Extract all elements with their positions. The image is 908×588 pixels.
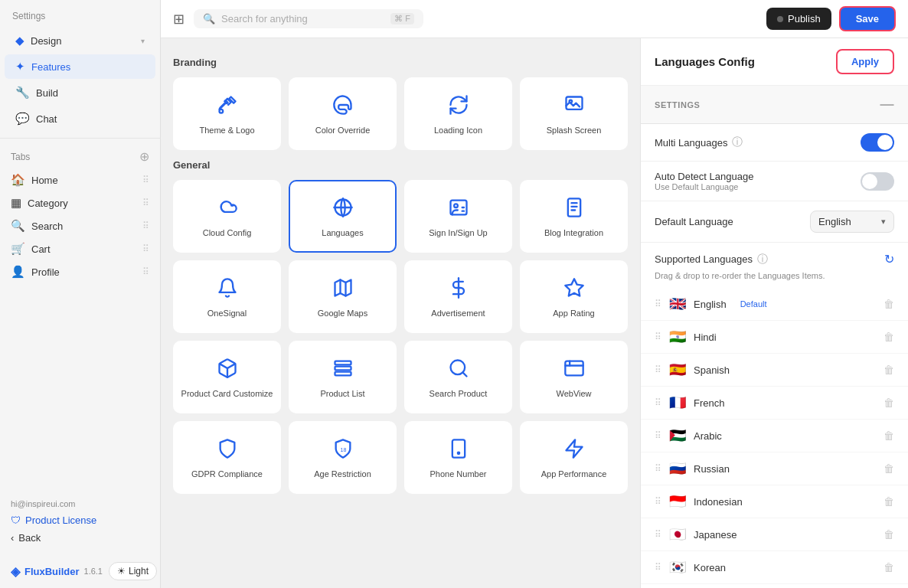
person-badge-icon [445, 194, 472, 221]
tabs-section-header: Tabs ⊕ [0, 145, 160, 168]
feature-cloud-config[interactable]: Cloud Config [173, 180, 281, 253]
delete-language-icon[interactable]: 🗑 [884, 561, 894, 573]
search-product-label: Search Product [430, 388, 488, 399]
collapse-icon[interactable]: — [880, 96, 894, 113]
delete-language-icon[interactable]: 🗑 [884, 331, 894, 343]
drag-handle-home: ⠿ [142, 175, 149, 185]
settings-section-header: SETTINGS — [641, 86, 908, 124]
apply-button[interactable]: Apply [836, 49, 894, 74]
branding-grid: Theme & Logo Color Override [173, 77, 628, 150]
feature-google-maps[interactable]: Google Maps [289, 260, 397, 333]
multi-languages-toggle[interactable] [861, 133, 894, 152]
sidebar-item-search[interactable]: 🔍 Search ⠿ [0, 214, 160, 237]
language-list: ⠿ 🇬🇧 English Default 🗑 ⠿ 🇮🇳 Hindi 🗑 ⠿ 🇪🇸… [641, 288, 908, 588]
advertisement-label: Advertisement [431, 308, 485, 318]
light-theme-button[interactable]: ☀ Light [109, 562, 157, 580]
shield-icon [214, 435, 241, 462]
back-arrow-icon: ‹ [11, 532, 14, 544]
refresh-icon [445, 91, 472, 119]
feature-product-list[interactable]: Product List [289, 341, 397, 413]
sidebar-item-chat[interactable]: 💬 Chat [5, 106, 155, 131]
feature-languages[interactable]: Languages [289, 180, 397, 253]
delete-language-icon[interactable]: 🗑 [884, 298, 894, 310]
general-grid: Cloud Config Languages [173, 180, 628, 494]
delete-language-icon[interactable]: 🗑 [884, 364, 894, 376]
multi-languages-text: Multi Languages [655, 137, 727, 149]
cloud-config-label: Cloud Config [203, 227, 252, 238]
feature-blog-integration[interactable]: Blog Integration [520, 180, 628, 253]
feature-age-restriction[interactable]: 18 Age Restriction [289, 421, 397, 494]
sidebar-item-category[interactable]: ▦ Category ⠿ [0, 191, 160, 214]
search-bar[interactable]: 🔍 Search for anything ⌘ F [194, 9, 423, 28]
feature-product-card[interactable]: Product Card Customize [173, 341, 281, 413]
drag-hint: Drag & drop to re-order the Languages It… [641, 271, 908, 288]
language-name: Russian [694, 463, 730, 475]
sidebar-chat-label: Chat [36, 113, 57, 125]
list-item: ⠿ 🇮🇩 Indonesian 🗑 [641, 485, 908, 518]
supported-languages-label: Supported Languages ⓘ [655, 253, 768, 266]
flag-icon: 🇮🇳 [669, 328, 686, 345]
feature-onesignal[interactable]: OneSignal [173, 260, 281, 333]
feature-search-product[interactable]: Search Product [404, 341, 512, 413]
publish-button[interactable]: Publish [766, 8, 831, 30]
sidebar: Settings ◆ Design ▾ ✦ Features 🔧 Build 💬… [0, 0, 161, 588]
publish-dot-icon [777, 16, 783, 22]
feature-gdpr[interactable]: GDPR Compliance [173, 421, 281, 494]
flag-icon: 🇮🇩 [669, 493, 686, 510]
drag-handle-lang: ⠿ [655, 562, 661, 573]
auto-detect-toggle[interactable] [861, 172, 894, 191]
delete-language-icon[interactable]: 🗑 [884, 528, 894, 541]
feature-splash-screen[interactable]: Splash Screen [520, 77, 628, 150]
refresh-languages-icon[interactable]: ↻ [884, 252, 894, 266]
feature-color-override[interactable]: Color Override [289, 77, 397, 150]
supported-languages-header: Supported Languages ⓘ ↻ [641, 243, 908, 271]
list-icon [329, 354, 357, 382]
languages-label: Languages [322, 227, 363, 238]
list-item: ⠿ 🇫🇷 French 🗑 [641, 387, 908, 420]
grid-menu-icon[interactable]: ⊞ [173, 11, 185, 28]
feature-theme-logo[interactable]: Theme & Logo [173, 77, 281, 150]
language-name: Indonesian [694, 496, 743, 508]
save-button[interactable]: Save [839, 6, 896, 31]
default-language-select[interactable]: English ▾ [810, 211, 894, 233]
sidebar-item-build[interactable]: 🔧 Build [5, 80, 155, 105]
delete-language-icon[interactable]: 🗑 [884, 430, 894, 442]
age-restriction-label: Age Restriction [314, 469, 371, 479]
supported-info-icon[interactable]: ⓘ [757, 253, 768, 266]
sidebar-item-profile[interactable]: 👤 Profile ⠿ [0, 260, 160, 283]
feature-phone-number[interactable]: Phone Number [404, 421, 512, 494]
search-bar-icon: 🔍 [203, 13, 215, 24]
auto-detect-row: Auto Detect Language Use Default Languag… [641, 162, 908, 201]
drag-handle-lang: ⠿ [655, 430, 661, 441]
feature-sign-in-up[interactable]: Sign In/Sign Up [404, 180, 512, 253]
sidebar-item-features[interactable]: ✦ Features [5, 54, 155, 79]
theme-logo-label: Theme & Logo [199, 125, 254, 136]
publish-label: Publish [788, 13, 821, 24]
add-tab-button[interactable]: ⊕ [139, 149, 149, 164]
delete-language-icon[interactable]: 🗑 [884, 397, 894, 409]
profile-icon: 👤 [11, 265, 25, 279]
sidebar-item-home[interactable]: 🏠 Home ⠿ [0, 168, 160, 191]
palette-icon [329, 91, 357, 119]
delete-language-icon[interactable]: 🗑 [884, 462, 894, 475]
cloud-icon [214, 194, 241, 221]
search-label: Search [31, 220, 63, 232]
feature-app-performance[interactable]: App Performance [520, 421, 628, 494]
language-name: English [694, 299, 727, 310]
feature-app-rating[interactable]: App Rating [520, 260, 628, 333]
feature-advertisement[interactable]: Advertisement [404, 260, 512, 333]
sidebar-item-cart[interactable]: 🛒 Cart ⠿ [0, 237, 160, 260]
drag-handle-cart: ⠿ [142, 243, 149, 254]
back-button[interactable]: ‹ Back [11, 529, 149, 547]
multi-languages-info-icon[interactable]: ⓘ [732, 136, 743, 149]
sidebar-bottom-section: hi@inspireui.com 🛡 Product License ‹ Bac… [0, 492, 160, 554]
language-name: Korean [694, 562, 726, 573]
drag-handle-category: ⠿ [142, 198, 149, 208]
delete-language-icon[interactable]: 🗑 [884, 495, 894, 508]
panel-title: Languages Config [655, 55, 836, 68]
sidebar-item-design[interactable]: ◆ Design ▾ [5, 28, 155, 53]
search-bar-placeholder: Search for anything [221, 13, 308, 24]
product-license-link[interactable]: 🛡 Product License [11, 511, 149, 529]
feature-loading-icon[interactable]: Loading Icon [404, 77, 512, 150]
feature-webview[interactable]: WebView [520, 341, 628, 413]
